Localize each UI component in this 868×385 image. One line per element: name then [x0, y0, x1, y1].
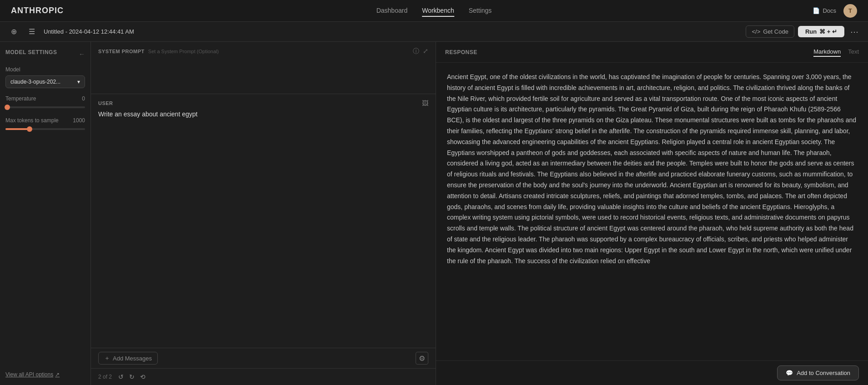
get-code-button[interactable]: </> Get Code: [746, 25, 794, 38]
response-body: Ancient Egypt, one of the oldest civiliz…: [436, 63, 868, 360]
toolbar: ⊕ ☰ Untitled - 2024-04-12 12:44:41 AM </…: [0, 22, 868, 42]
image-icon[interactable]: 🖼: [422, 100, 428, 107]
conversation-icon: 💬: [786, 370, 793, 376]
center-panel: SYSTEM PROMPT Set a System Prompt (Optio…: [91, 42, 436, 385]
menu-button[interactable]: ☰: [25, 25, 38, 38]
tokens-slider-fill: [5, 128, 30, 130]
model-select[interactable]: claude-3-opus-202... ▾: [5, 75, 85, 88]
next-page-button[interactable]: ↻: [126, 371, 137, 382]
response-panel: RESPONSE Markdown Text Ancient Egypt, on…: [436, 42, 868, 385]
nav-settings[interactable]: Settings: [469, 5, 492, 17]
code-icon: </>: [752, 28, 760, 35]
response-header: RESPONSE Markdown Text: [436, 42, 868, 63]
tab-text[interactable]: Text: [848, 47, 859, 57]
docs-icon: 📄: [813, 7, 820, 14]
tokens-section: Max tokens to sample 1000: [5, 117, 85, 132]
model-value: claude-3-opus-202...: [10, 79, 60, 85]
top-nav: ANTHROPIC Dashboard Workbench Settings 📄…: [0, 0, 868, 22]
max-tokens-label: Max tokens to sample: [5, 117, 59, 124]
docs-label: Docs: [823, 7, 836, 14]
logo: ANTHROPIC: [11, 6, 64, 15]
collapse-panel-button[interactable]: ←: [79, 50, 85, 58]
response-text: Ancient Egypt, one of the oldest civiliz…: [447, 72, 857, 266]
chevron-down-icon: ▾: [77, 79, 80, 85]
system-prompt-section: SYSTEM PROMPT Set a System Prompt (Optio…: [91, 42, 436, 94]
model-settings-title: Model settings: [5, 49, 57, 55]
temperature-slider-track: [5, 106, 85, 108]
tokens-slider-thumb[interactable]: [27, 126, 32, 132]
run-shortcut: ⌘ + ↵: [819, 28, 837, 35]
more-options-button[interactable]: ⋯: [848, 25, 861, 38]
plus-icon: ＋: [104, 354, 110, 362]
user-label: USER: [98, 100, 113, 106]
external-link-icon: ↗: [55, 371, 60, 378]
nav-right: 📄 Docs T: [813, 4, 857, 18]
system-prompt-sublabel: Set a System Prompt (Optional): [148, 49, 219, 54]
conversation-title: Untitled - 2024-04-12 12:44:41 AM: [44, 28, 134, 35]
api-options-link[interactable]: View all API options ↗: [5, 371, 85, 378]
messages-section: USER 🖼 ＋ Add Messages ⚙: [91, 94, 436, 368]
nav-dashboard[interactable]: Dashboard: [376, 5, 408, 17]
run-button[interactable]: Run ⌘ + ↵: [798, 26, 844, 37]
format-tabs: Markdown Text: [813, 47, 859, 57]
add-to-conversation-button[interactable]: 💬 Add to Conversation: [777, 365, 859, 380]
temperature-label: Temperature: [5, 95, 36, 102]
toolbar-right: </> Get Code Run ⌘ + ↵ ⋯: [746, 25, 861, 38]
system-prompt-input[interactable]: [98, 59, 428, 86]
tokens-slider-track: [5, 128, 85, 130]
prompt-icons: ⓘ ⤢: [413, 47, 428, 55]
user-input[interactable]: [98, 110, 428, 342]
system-prompt-label: SYSTEM PROMPT: [98, 49, 145, 54]
left-panel: Model settings ← Model claude-3-opus-202…: [0, 42, 91, 385]
model-section: Model claude-3-opus-202... ▾: [5, 66, 85, 88]
response-label: RESPONSE: [445, 49, 477, 55]
toolbar-left: ⊕ ☰ Untitled - 2024-04-12 12:44:41 AM: [7, 25, 740, 38]
options-button[interactable]: ⚙: [416, 352, 428, 365]
pagination-bar: 2 of 2 ↺ ↻ ⟲: [91, 368, 436, 385]
max-tokens-value: 1000: [73, 117, 85, 124]
main-content: Model settings ← Model claude-3-opus-202…: [0, 42, 868, 385]
docs-button[interactable]: 📄 Docs: [813, 7, 836, 14]
new-conversation-button[interactable]: ⊕: [7, 25, 20, 38]
add-messages-button[interactable]: ＋ Add Messages: [98, 352, 158, 365]
temperature-section: Temperature 0: [5, 95, 85, 110]
temperature-value: 0: [82, 95, 85, 102]
nav-links: Dashboard Workbench Settings: [376, 5, 492, 17]
pagination-text: 2 of 2: [98, 374, 112, 380]
bottom-toolbar: ＋ Add Messages ⚙: [91, 348, 436, 368]
expand-icon[interactable]: ⤢: [423, 47, 428, 55]
tab-markdown[interactable]: Markdown: [813, 47, 841, 57]
prev-page-button[interactable]: ↺: [115, 371, 126, 382]
temperature-slider-thumb[interactable]: [5, 105, 10, 110]
nav-workbench[interactable]: Workbench: [422, 5, 454, 17]
history-button[interactable]: ⟲: [137, 371, 148, 382]
avatar[interactable]: T: [843, 4, 857, 18]
model-label: Model: [5, 66, 85, 73]
response-footer: 💬 Add to Conversation: [436, 360, 868, 385]
info-icon[interactable]: ⓘ: [413, 47, 419, 55]
user-message-area: USER 🖼: [91, 94, 436, 348]
